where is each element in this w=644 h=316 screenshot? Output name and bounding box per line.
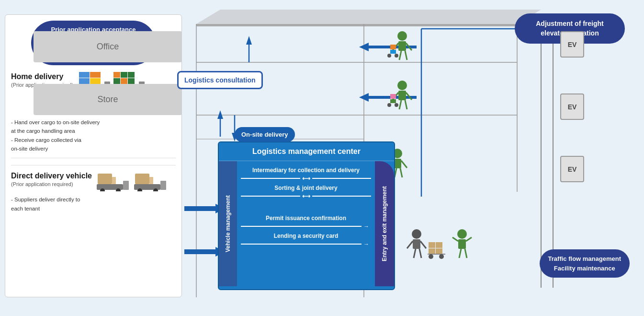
svg-rect-12 [121,78,127,84]
svg-rect-120 [429,248,435,254]
svg-line-97 [405,100,407,109]
store-box: Store [34,84,182,115]
svg-rect-10 [128,72,135,78]
svg-line-115 [407,241,413,248]
svg-line-118 [419,249,421,258]
svg-rect-93 [398,91,406,100]
svg-rect-0 [79,72,90,78]
svg-rect-99 [390,99,396,103]
office-box: Office [34,31,182,62]
svg-line-85 [406,43,412,50]
svg-rect-98 [390,94,396,99]
logistics-consultation-bubble: Logistics consultation [177,71,263,89]
svg-line-96 [399,100,401,109]
lmc-title: Logistics management center [219,142,394,161]
svg-point-101 [395,103,398,107]
svg-point-90 [387,54,391,58]
direct-delivery-subtitle: (Prior application required) [11,181,92,187]
svg-line-105 [401,161,407,168]
svg-rect-2 [79,78,90,84]
svg-marker-51 [196,10,541,24]
svg-point-91 [395,54,398,58]
svg-rect-8 [113,72,120,78]
sorting-label: Sorting & joint delivery ⟷ [241,185,371,199]
svg-line-87 [405,51,407,60]
svg-line-130 [459,249,461,258]
svg-rect-127 [458,239,466,249]
svg-line-131 [465,249,467,258]
direct-truck-1 [97,171,131,191]
section-divider [11,158,176,158]
svg-rect-1 [90,72,101,78]
lmc-box: Logistics management center Vehicle mana… [218,141,395,290]
svg-rect-39 [112,177,116,184]
svg-rect-89 [390,50,396,54]
svg-point-126 [457,229,467,239]
vehicle-management: Vehicle management [219,161,237,286]
svg-marker-66 [359,43,417,51]
svg-marker-61 [217,110,223,119]
svg-line-107 [400,168,402,177]
svg-marker-50 [196,24,517,26]
svg-point-113 [412,229,421,239]
svg-rect-114 [413,239,420,249]
svg-rect-41 [123,181,129,190]
svg-rect-45 [149,177,153,184]
lending-label: Lending a security card → [241,233,371,247]
svg-rect-88 [390,45,396,49]
svg-rect-11 [113,78,120,84]
entry-exit-management: Entry and exit management [375,161,394,286]
svg-line-95 [406,93,412,100]
direct-truck-2 [134,171,169,191]
direct-delivery-label: Direct delivery vehicle [11,171,92,181]
svg-line-86 [399,51,401,60]
svg-point-82 [397,31,407,41]
svg-rect-83 [398,41,406,51]
svg-rect-38 [98,174,112,184]
svg-line-117 [414,249,416,258]
svg-rect-13 [128,78,135,84]
svg-line-116 [420,241,426,248]
svg-line-94 [393,93,398,100]
svg-point-100 [387,103,391,107]
svg-rect-121 [436,242,442,248]
onsite-delivery-bubble: On-site delivery [235,127,295,142]
svg-rect-44 [135,174,149,184]
traffic-flow-bubble: Traffic flow management Facility mainten… [540,249,630,278]
ev-box-2: EV [560,94,584,120]
svg-point-124 [429,254,433,259]
svg-rect-47 [160,181,166,190]
home-delivery-label: Home delivery [11,72,73,82]
permit-label: Permit issuance confirmation → [241,215,371,230]
direct-delivery-notes: - Suppliers deliver directly to each ten… [11,195,176,213]
ev-box-1: EV [560,31,584,58]
svg-rect-9 [121,72,127,78]
svg-line-84 [393,43,398,50]
direct-delivery-section: Direct delivery vehicle (Prior applicati… [11,165,176,213]
svg-rect-3 [90,78,101,84]
home-delivery-notes: - Hand over cargo to on-site delivery at… [11,118,176,153]
svg-marker-65 [246,36,252,45]
svg-rect-119 [429,242,435,248]
svg-point-92 [397,81,407,90]
svg-rect-122 [436,248,442,254]
svg-point-125 [439,254,444,259]
svg-line-128 [452,237,458,241]
svg-line-129 [466,237,472,241]
svg-marker-67 [359,93,417,102]
ev-box-3: EV [560,156,584,182]
intermediary-label: Intermediary for collection and delivery… [241,167,371,182]
